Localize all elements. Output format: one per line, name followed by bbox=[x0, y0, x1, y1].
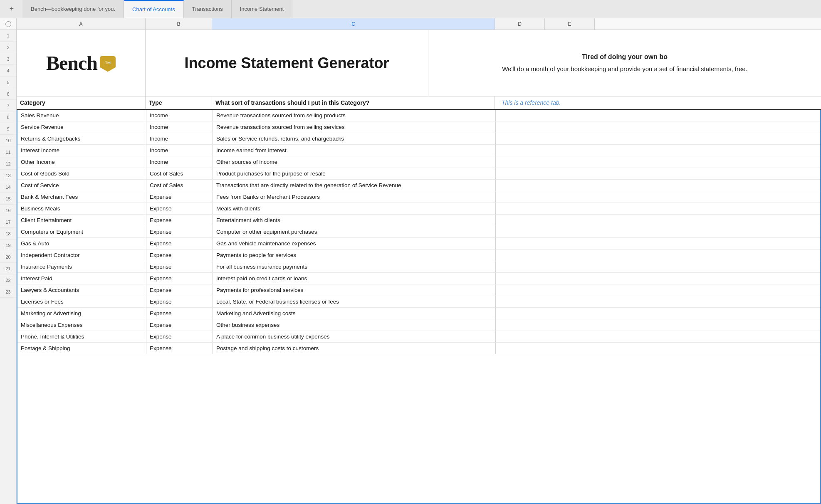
title-cell: Income Statement Generator bbox=[146, 30, 428, 96]
cell-extra bbox=[496, 110, 820, 121]
cell-type: Expense bbox=[146, 308, 213, 319]
cell-category: Interest Paid bbox=[17, 273, 146, 284]
cell-extra bbox=[496, 215, 820, 226]
cell-category: Independent Contractor bbox=[17, 250, 146, 261]
tab-transactions[interactable]: Transactions bbox=[184, 0, 232, 18]
cell-description: Sales or Service refunds, returns, and c… bbox=[213, 133, 496, 144]
row-num-16: 16 bbox=[0, 205, 16, 216]
col-header-a[interactable]: A bbox=[17, 18, 146, 30]
row-num-1: 1 bbox=[0, 30, 16, 42]
cell-type: Income bbox=[146, 133, 213, 144]
cell-description: Other business expenses bbox=[213, 319, 496, 331]
cell-extra bbox=[496, 331, 820, 342]
cell-category: Marketing or Advertising bbox=[17, 308, 146, 319]
row-num-6: 6 bbox=[0, 88, 16, 100]
table-row[interactable]: Gas & AutoExpenseGas and vehicle mainten… bbox=[17, 238, 820, 250]
table-row[interactable]: Returns & ChargebacksIncomeSales or Serv… bbox=[17, 133, 820, 145]
promo-body: We'll do a month of your bookkeeping and… bbox=[502, 65, 747, 72]
cell-type: Expense bbox=[146, 261, 213, 272]
cell-extra bbox=[496, 133, 820, 144]
cell-type: Income bbox=[146, 121, 213, 133]
cell-description: Computer or other equipment purchases bbox=[213, 226, 496, 237]
row-num-7: 7 bbox=[0, 100, 16, 111]
col-header-c[interactable]: C bbox=[212, 18, 495, 30]
cell-type: Expense bbox=[146, 250, 213, 261]
table-row[interactable]: Marketing or AdvertisingExpenseMarketing… bbox=[17, 308, 820, 319]
cell-type: Expense bbox=[146, 343, 213, 354]
row-num-22: 22 bbox=[0, 274, 16, 286]
cell-category: Returns & Chargebacks bbox=[17, 133, 146, 144]
table-row[interactable]: Other IncomeIncomeOther sources of incom… bbox=[17, 156, 820, 168]
cell-description: Other sources of income bbox=[213, 156, 496, 168]
tab-income[interactable]: Income Statement bbox=[232, 0, 293, 18]
table-row[interactable]: Interest IncomeIncomeIncome earned from … bbox=[17, 145, 820, 156]
promo-cell: Tired of doing your own bo We'll do a mo… bbox=[428, 30, 821, 96]
row-num-14: 14 bbox=[0, 181, 16, 193]
col-header-d[interactable]: D bbox=[495, 18, 545, 30]
header-row: Bench ™ Income Statement Generator Tired… bbox=[17, 30, 821, 96]
table-row[interactable]: Miscellaneous ExpensesExpenseOther busin… bbox=[17, 319, 820, 331]
row-num-23: 23 bbox=[0, 286, 16, 298]
circle-select-icon bbox=[5, 21, 11, 27]
table-row[interactable]: Insurance PaymentsExpenseFor all busines… bbox=[17, 261, 820, 273]
col-header-e[interactable]: E bbox=[545, 18, 595, 30]
cell-description: Gas and vehicle maintenance expenses bbox=[213, 238, 496, 249]
table-row[interactable]: Client EntertainmentExpenseEntertainment… bbox=[17, 215, 820, 226]
table-row[interactable]: Interest PaidExpenseInterest paid on cre… bbox=[17, 273, 820, 284]
table-row[interactable]: Independent ContractorExpensePayments to… bbox=[17, 250, 820, 261]
cell-category: Gas & Auto bbox=[17, 238, 146, 249]
category-label: Category bbox=[17, 96, 146, 109]
row-numbers: 1 2 34567891011121314151617181920212223 bbox=[0, 30, 17, 504]
spreadsheet-container: A B C D E 1 2 34567891011121314151617181… bbox=[0, 18, 821, 504]
cell-type: Income bbox=[146, 156, 213, 168]
main-content: Bench ™ Income Statement Generator Tired… bbox=[17, 30, 821, 504]
cell-type: Income bbox=[146, 110, 213, 121]
browser-chrome: + Bench—bookkeeping done for you.Chart o… bbox=[0, 0, 821, 18]
tab-chart[interactable]: Chart of Accounts bbox=[124, 0, 184, 18]
cell-description: A place for common business utility expe… bbox=[213, 331, 496, 342]
cell-type: Expense bbox=[146, 319, 213, 331]
table-row[interactable]: Business MealsExpenseMeals with clients bbox=[17, 203, 820, 215]
cell-category: Phone, Internet & Utilities bbox=[17, 331, 146, 342]
logo-cell: Bench ™ bbox=[17, 30, 146, 96]
cell-type: Expense bbox=[146, 191, 213, 203]
col-header-b[interactable]: B bbox=[146, 18, 212, 30]
cell-description: Entertainment with clients bbox=[213, 215, 496, 226]
type-label: Type bbox=[146, 96, 212, 109]
bench-text: Bench bbox=[46, 52, 97, 74]
promo-text: Tired of doing your own bo We'll do a mo… bbox=[502, 52, 747, 74]
table-row[interactable]: Licenses or FeesExpenseLocal, State, or … bbox=[17, 296, 820, 308]
table-row[interactable]: Cost of ServiceCost of SalesTransactions… bbox=[17, 180, 820, 191]
cell-extra bbox=[496, 250, 820, 261]
cell-description: Revenue transactions sourced from sellin… bbox=[213, 121, 496, 133]
cell-type: Expense bbox=[146, 284, 213, 296]
table-row[interactable]: Cost of Goods SoldCost of SalesProduct p… bbox=[17, 168, 820, 180]
cell-type: Expense bbox=[146, 296, 213, 307]
table-row[interactable]: Sales RevenueIncomeRevenue transactions … bbox=[17, 110, 820, 121]
row-num-19: 19 bbox=[0, 240, 16, 251]
row-num-21: 21 bbox=[0, 263, 16, 274]
cell-extra bbox=[496, 343, 820, 354]
cell-type: Expense bbox=[146, 226, 213, 237]
cell-description: Income earned from interest bbox=[213, 145, 496, 156]
data-rows: Sales RevenueIncomeRevenue transactions … bbox=[17, 110, 821, 504]
table-row[interactable]: Service RevenueIncomeRevenue transaction… bbox=[17, 121, 820, 133]
cell-type: Expense bbox=[146, 203, 213, 214]
table-row[interactable]: Lawyers & AccountantsExpensePayments for… bbox=[17, 284, 820, 296]
new-tab-button[interactable]: + bbox=[4, 5, 19, 13]
table-row[interactable]: Phone, Internet & UtilitiesExpenseA plac… bbox=[17, 331, 820, 343]
row-num-12: 12 bbox=[0, 158, 16, 170]
column-header-row: A B C D E bbox=[0, 18, 821, 30]
table-row[interactable]: Computers or EquipmentExpenseComputer or… bbox=[17, 226, 820, 238]
table-row[interactable]: Bank & Merchant FeesExpenseFees from Ban… bbox=[17, 191, 820, 203]
cell-description: Local, State, or Federal business licens… bbox=[213, 296, 496, 307]
cell-category: Computers or Equipment bbox=[17, 226, 146, 237]
row-num-13: 13 bbox=[0, 170, 16, 181]
cell-extra bbox=[496, 226, 820, 237]
cell-category: Service Revenue bbox=[17, 121, 146, 133]
table-row[interactable]: Postage & ShippingExpensePostage and shi… bbox=[17, 343, 820, 354]
cell-extra bbox=[496, 156, 820, 168]
cell-extra bbox=[496, 121, 820, 133]
cell-description: Product purchases for the purpose of res… bbox=[213, 168, 496, 179]
tab-bench[interactable]: Bench—bookkeeping done for you. bbox=[22, 0, 124, 18]
